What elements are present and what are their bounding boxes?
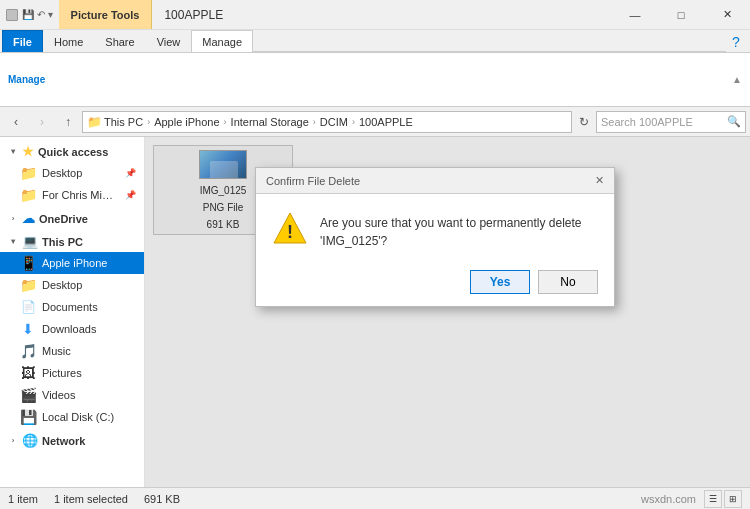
sidebar-header-onedrive[interactable]: › ☁ OneDrive <box>0 208 144 229</box>
sidebar-item-desktop-qa[interactable]: 📁 Desktop 📌 <box>0 162 144 184</box>
title-bar-left: 💾 ↶ ▾ <box>0 0 59 29</box>
pin-icon: 📌 <box>125 168 136 178</box>
chevron-icon-4: › <box>352 117 355 127</box>
tab-view[interactable]: View <box>146 30 192 52</box>
sidebar-item-label: Pictures <box>42 367 82 379</box>
dialog-titlebar: Confirm File Delete ✕ <box>256 168 614 194</box>
sidebar-item-label: Desktop <box>42 167 82 179</box>
pic-icon: 🖼 <box>20 365 36 381</box>
sidebar-section-network: › 🌐 Network <box>0 430 144 451</box>
no-button[interactable]: No <box>538 270 598 294</box>
sidebar-item-documents[interactable]: 📄 Documents <box>0 296 144 318</box>
drive-icon: 💾 <box>20 409 36 425</box>
yes-button[interactable]: Yes <box>470 270 530 294</box>
grid-view-button[interactable]: ⊞ <box>724 490 742 508</box>
tab-manage[interactable]: Manage <box>191 30 253 52</box>
dialog-body: ! Are you sure that you want to permanen… <box>256 194 614 262</box>
warning-triangle-svg: ! <box>272 210 308 246</box>
sidebar-item-desktop[interactable]: 📁 Desktop <box>0 274 144 296</box>
back-button[interactable]: ‹ <box>4 110 28 134</box>
dialog-close-button[interactable]: ✕ <box>595 174 604 187</box>
search-placeholder: Search 100APPLE <box>601 116 693 128</box>
sidebar-section-onedrive: › ☁ OneDrive <box>0 208 144 229</box>
sidebar-item-chris[interactable]: 📁 For Chris Minasi▸ 📌 <box>0 184 144 206</box>
sidebar-item-label: Desktop <box>42 279 82 291</box>
docs-icon: 📄 <box>20 299 36 315</box>
sidebar-item-label: Videos <box>42 389 75 401</box>
iphone-icon: 📱 <box>20 255 36 271</box>
chevron-icon-2: › <box>224 117 227 127</box>
sidebar-header-network[interactable]: › 🌐 Network <box>0 430 144 451</box>
chevron-icon-3: › <box>313 117 316 127</box>
sidebar-item-music[interactable]: 🎵 Music <box>0 340 144 362</box>
expand-arrow-quick-access: ▾ <box>8 147 18 157</box>
sidebar: ▾ ★ Quick access 📁 Desktop 📌 📁 For Chris… <box>0 137 145 488</box>
quick-access-icon: ★ <box>22 144 34 159</box>
svg-text:!: ! <box>287 222 293 242</box>
address-current[interactable]: 100APPLE <box>359 116 413 128</box>
warning-icon: ! <box>272 210 308 246</box>
status-right: wsxdn.com ☰ ⊞ <box>641 490 742 508</box>
address-bar[interactable]: 📁 This PC › Apple iPhone › Internal Stor… <box>82 111 572 133</box>
forward-button[interactable]: › <box>30 110 54 134</box>
dialog-overlay: Confirm File Delete ✕ ! <box>145 137 750 488</box>
sidebar-item-label: Apple iPhone <box>42 257 107 269</box>
sidebar-item-videos[interactable]: 🎬 Videos <box>0 384 144 406</box>
chevron-icon-1: › <box>147 117 150 127</box>
network-icon: 🌐 <box>22 433 38 448</box>
sidebar-item-label: Local Disk (C:) <box>42 411 114 423</box>
this-pc-label: This PC <box>42 236 83 248</box>
folder-icon: 📁 <box>87 115 102 129</box>
address-this-pc[interactable]: 📁 This PC <box>87 115 143 129</box>
maximize-button[interactable]: □ <box>658 0 704 29</box>
sidebar-section-this-pc: ▾ 💻 This PC 📱 Apple iPhone 📁 Desktop 📄 D… <box>0 231 144 428</box>
close-button[interactable]: ✕ <box>704 0 750 29</box>
address-dcim[interactable]: DCIM <box>320 116 348 128</box>
sidebar-item-downloads[interactable]: ⬇ Downloads <box>0 318 144 340</box>
address-storage[interactable]: Internal Storage <box>231 116 309 128</box>
sidebar-item-pictures[interactable]: 🖼 Pictures <box>0 362 144 384</box>
main-content: ▾ ★ Quick access 📁 Desktop 📌 📁 For Chris… <box>0 137 750 488</box>
folder-icon-desktop: 📁 <box>20 165 36 181</box>
dialog-title: Confirm File Delete <box>266 175 360 187</box>
dialog-buttons: Yes No <box>256 262 614 306</box>
this-pc-icon: 💻 <box>22 234 38 249</box>
vid-icon: 🎬 <box>20 387 36 403</box>
expand-arrow-network: › <box>8 436 18 446</box>
ribbon-commands: Manage ▲ <box>0 52 750 106</box>
window-controls[interactable]: — □ ✕ <box>612 0 750 29</box>
confirm-delete-dialog: Confirm File Delete ✕ ! <box>255 167 615 307</box>
refresh-button[interactable]: ↻ <box>574 112 594 132</box>
sidebar-item-label: Downloads <box>42 323 96 335</box>
sidebar-item-label: For Chris Minasi▸ <box>42 189 119 202</box>
pin-icon-2: 📌 <box>125 190 136 200</box>
onedrive-label: OneDrive <box>39 213 88 225</box>
ribbon-tabs: File Home Share View Manage ? <box>0 30 750 52</box>
search-bar[interactable]: Search 100APPLE 🔍 <box>596 111 746 133</box>
list-view-button[interactable]: ☰ <box>704 490 722 508</box>
sidebar-header-quick-access[interactable]: ▾ ★ Quick access <box>0 141 144 162</box>
ribbon-expand[interactable]: ▲ <box>732 74 742 85</box>
music-icon: 🎵 <box>20 343 36 359</box>
address-iphone[interactable]: Apple iPhone <box>154 116 219 128</box>
search-icon[interactable]: 🔍 <box>727 115 741 128</box>
quick-access-label: Quick access <box>38 146 108 158</box>
sidebar-header-this-pc[interactable]: ▾ 💻 This PC <box>0 231 144 252</box>
picture-tools-badge: Picture Tools <box>59 0 153 29</box>
sidebar-item-label: Documents <box>42 301 98 313</box>
window-title: 100APPLE <box>152 0 235 29</box>
status-size: 691 KB <box>144 493 180 505</box>
sidebar-item-apple-iphone[interactable]: 📱 Apple iPhone <box>0 252 144 274</box>
help-button[interactable]: ? <box>726 32 746 52</box>
manage-label: Manage <box>8 74 45 85</box>
ribbon: File Home Share View Manage ? Manage ▲ <box>0 30 750 107</box>
view-toggle: ☰ ⊞ <box>704 490 742 508</box>
tab-share[interactable]: Share <box>94 30 145 52</box>
tab-file[interactable]: File <box>2 30 43 52</box>
tab-home[interactable]: Home <box>43 30 94 52</box>
up-button[interactable]: ↑ <box>56 110 80 134</box>
sidebar-item-local-disk[interactable]: 💾 Local Disk (C:) <box>0 406 144 428</box>
minimize-button[interactable]: — <box>612 0 658 29</box>
nav-bar: ‹ › ↑ 📁 This PC › Apple iPhone › Interna… <box>0 107 750 137</box>
onedrive-icon: ☁ <box>22 211 35 226</box>
